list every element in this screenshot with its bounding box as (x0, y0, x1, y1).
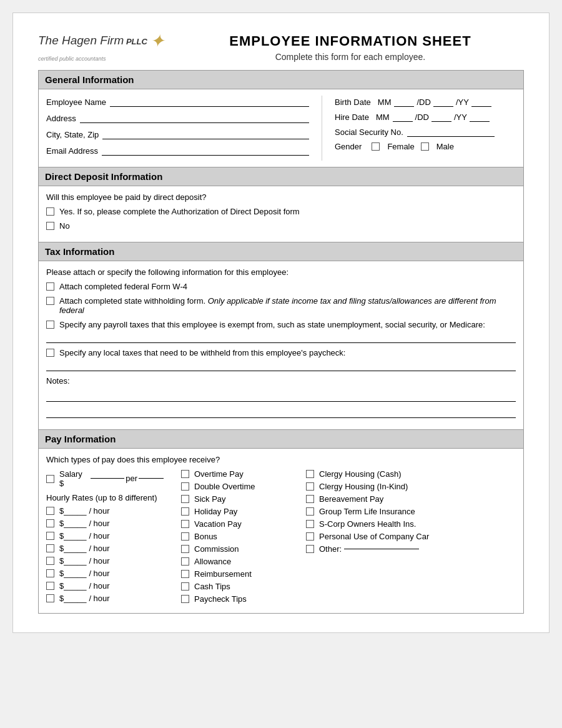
clergy-cash-checkbox[interactable] (306, 470, 314, 478)
birth-yy-field[interactable] (471, 96, 491, 107)
general-section: General Information Employee Name Addres… (38, 70, 524, 167)
cash-tips-checkbox[interactable] (181, 582, 189, 591)
hourly-per-hour-3: / hour (89, 531, 109, 541)
per-label: per (126, 474, 137, 483)
address-field[interactable] (80, 112, 309, 123)
vacation-pay-checkbox[interactable] (181, 520, 189, 528)
hire-yy-field[interactable] (470, 111, 490, 122)
other-row: Other: (306, 544, 510, 554)
gender-female-label: Female (387, 142, 414, 151)
city-state-zip-field[interactable] (102, 128, 309, 139)
salary-checkbox[interactable] (46, 475, 54, 483)
clergy-cash-row: Clergy Housing (Cash) (306, 469, 510, 479)
gender-male-checkbox[interactable] (421, 142, 429, 151)
reimbursement-checkbox[interactable] (181, 570, 189, 578)
personal-car-checkbox[interactable] (306, 532, 314, 541)
hourly-1-checkbox[interactable] (46, 507, 54, 515)
tax-w4-label: Attach completed federal Form W-4 (59, 282, 187, 291)
overtime-pay-checkbox[interactable] (181, 470, 189, 478)
hourly-4-checkbox[interactable] (46, 544, 54, 552)
holiday-pay-checkbox[interactable] (181, 507, 189, 516)
tax-local-line[interactable] (46, 360, 516, 371)
scorp-health-label: S-Corp Owners Health Ins. (319, 519, 416, 529)
paycheck-tips-label: Paycheck Tips (194, 594, 247, 604)
group-term-life-label: Group Term Life Insurance (319, 507, 415, 516)
birth-dd-field[interactable] (433, 96, 453, 107)
vacation-pay-row: Vacation Pay (181, 519, 290, 529)
hire-date-label: Hire Date (335, 112, 369, 122)
other-checkbox[interactable] (306, 545, 314, 553)
employee-name-field[interactable] (110, 96, 309, 107)
notes-line-2[interactable] (46, 407, 516, 418)
direct-deposit-yes-checkbox[interactable] (46, 207, 54, 216)
gender-female-option[interactable]: Female (372, 142, 414, 151)
tax-state-row: Attach completed state withholding form.… (46, 296, 516, 315)
group-term-life-checkbox[interactable] (306, 507, 314, 516)
hourly-per-hour-6: / hour (89, 569, 109, 578)
tax-payroll-checkbox[interactable] (46, 321, 54, 329)
hourly-rate-6: $_____ / hour (46, 569, 165, 578)
hire-dd-field[interactable] (431, 111, 451, 122)
general-info-grid: Employee Name Address City, State, Zip E… (46, 96, 516, 161)
salary-field[interactable] (91, 478, 125, 479)
employee-name-label: Employee Name (46, 97, 106, 107)
logo-sub: certified public accountants (38, 56, 106, 62)
cash-tips-row: Cash Tips (181, 582, 290, 591)
clergy-inkind-checkbox[interactable] (306, 482, 314, 491)
double-overtime-checkbox[interactable] (181, 482, 189, 491)
email-field[interactable] (102, 144, 309, 156)
gender-label: Gender (335, 142, 362, 151)
gender-female-checkbox[interactable] (372, 142, 380, 151)
vacation-pay-label: Vacation Pay (194, 519, 242, 529)
direct-deposit-no-checkbox[interactable] (46, 222, 54, 230)
general-right: Birth Date MM /DD /YY Hire Date MM /DD (322, 96, 516, 161)
tax-w4-checkbox[interactable] (46, 282, 54, 291)
sick-pay-checkbox[interactable] (181, 495, 189, 503)
pay-section: Pay Information Which types of pay does … (38, 430, 524, 614)
hourly-dollar-3: $_____ (59, 531, 86, 541)
sick-pay-label: Sick Pay (194, 494, 226, 504)
tax-local-checkbox[interactable] (46, 349, 54, 357)
hourly-2-checkbox[interactable] (46, 519, 54, 527)
group-term-life-row: Group Term Life Insurance (306, 507, 510, 516)
pay-question: Which types of pay does this employee re… (46, 455, 516, 464)
general-section-header: General Information (39, 71, 523, 89)
bereavement-pay-checkbox[interactable] (306, 495, 314, 503)
reimbursement-row: Reimbursement (181, 569, 290, 579)
direct-deposit-yes-row: Yes. If so, please complete the Authoriz… (46, 207, 516, 216)
hourly-dollar-5: $_____ (59, 556, 86, 566)
direct-deposit-body: Will this employee be paid by direct dep… (39, 186, 523, 242)
tax-payroll-line[interactable] (46, 332, 516, 343)
paycheck-tips-checkbox[interactable] (181, 595, 189, 603)
birth-mm-field[interactable] (394, 96, 414, 107)
tax-section-body: Please attach or specify the following i… (39, 261, 523, 429)
hourly-dollar-2: $_____ (59, 519, 86, 528)
gender-male-option[interactable]: Male (421, 142, 454, 151)
direct-deposit-no-row: No (46, 221, 516, 231)
hourly-8-checkbox[interactable] (46, 594, 54, 602)
notes-line-1[interactable] (46, 391, 516, 402)
tax-local-label: Specify any local taxes that need to be … (59, 348, 345, 357)
logo-star: ✦ (150, 32, 164, 51)
scorp-health-checkbox[interactable] (306, 520, 314, 528)
double-overtime-row: Double Overtime (181, 482, 290, 491)
gender-male-label: Male (436, 142, 454, 151)
other-field[interactable] (344, 549, 419, 549)
per-field[interactable] (139, 478, 164, 479)
commission-checkbox[interactable] (181, 545, 189, 553)
hire-mm-field[interactable] (393, 111, 413, 122)
hourly-7-checkbox[interactable] (46, 582, 54, 590)
allowance-checkbox[interactable] (181, 557, 189, 566)
salary-row: Salary $ per (46, 469, 165, 488)
double-overtime-label: Double Overtime (194, 482, 255, 491)
hourly-3-checkbox[interactable] (46, 532, 54, 540)
bonus-label: Bonus (194, 532, 217, 541)
hourly-dollar-1: $_____ (59, 506, 86, 516)
hourly-6-checkbox[interactable] (46, 569, 54, 577)
tax-state-checkbox[interactable] (46, 297, 54, 305)
ssn-field[interactable] (407, 126, 495, 137)
pay-section-header: Pay Information (39, 430, 523, 449)
hourly-5-checkbox[interactable] (46, 557, 54, 565)
bonus-checkbox[interactable] (181, 532, 189, 541)
pay-columns: Salary $ per Hourly Rates (up to 8 diffe… (46, 469, 516, 607)
